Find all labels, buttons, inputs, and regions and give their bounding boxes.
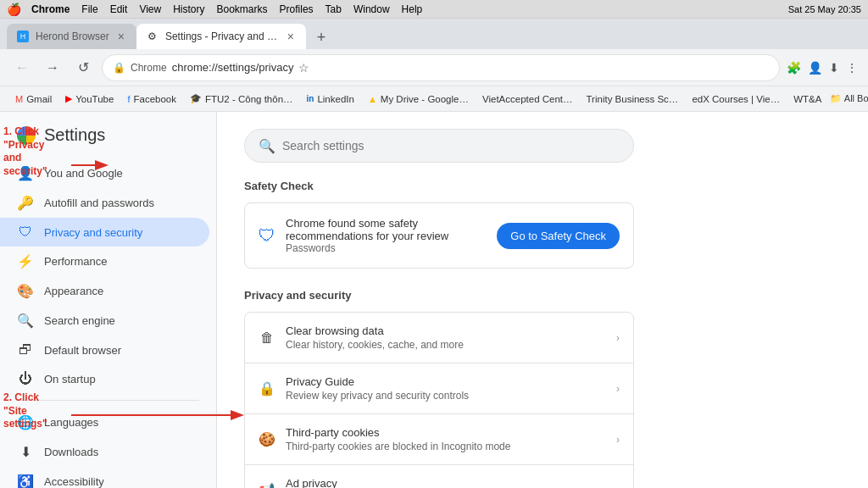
clear-browsing-text: Clear browsing data Clear history, cooki… xyxy=(286,324,606,351)
menu-bookmarks[interactable]: Bookmarks xyxy=(217,3,268,15)
tab-settings-close[interactable]: × xyxy=(286,30,296,43)
tab-herond-title: Herond Browser xyxy=(36,30,109,42)
privacy-guide-desc: Review key privacy and security controls xyxy=(286,390,606,402)
tab-settings-title: Settings - Privacy and securi… xyxy=(165,30,279,42)
privacy-item-third-party[interactable]: 🍪 Third-party cookies Third-party cookie… xyxy=(244,414,634,465)
privacy-section-title: Privacy and security xyxy=(244,289,841,302)
appearance-icon: 🎨 xyxy=(17,283,34,299)
safety-sub-text: Passwords xyxy=(286,242,487,254)
apple-logo[interactable]: 🍎 xyxy=(7,3,21,16)
languages-label: Languages xyxy=(44,416,98,429)
safety-check-title: Safety Check xyxy=(244,180,841,192)
bookmark-linkedin-label: LinkedIn xyxy=(317,94,353,104)
tab-settings[interactable]: ⚙ Settings - Privacy and securi… × xyxy=(136,24,306,49)
back-button[interactable]: ← xyxy=(10,56,34,80)
privacy-guide-chevron: › xyxy=(616,383,620,395)
all-bookmarks[interactable]: 📁 All Bookmarks xyxy=(830,93,868,104)
sidebar-item-autofill[interactable]: 🔑 Autofill and passwords xyxy=(0,188,209,218)
bookmark-youtube[interactable]: ▶ YouTube xyxy=(60,92,119,106)
ad-privacy-icon: 📢 xyxy=(259,482,275,488)
ad-privacy-chevron: › xyxy=(616,485,620,489)
tab-herond[interactable]: H Herond Browser × xyxy=(7,24,136,49)
menu-profiles[interactable]: Profiles xyxy=(280,3,314,15)
bookmark-gdrive-label: My Drive - Google… xyxy=(381,94,469,104)
on-startup-label: On startup xyxy=(44,373,96,385)
privacy-label: Privacy and security xyxy=(44,226,142,239)
bookmark-wta-label: WT&A xyxy=(793,94,821,104)
safety-check-button[interactable]: Go to Safety Check xyxy=(497,223,620,249)
bookmark-facebook[interactable]: f Facebook xyxy=(122,92,181,106)
extensions-icon[interactable]: 🧩 xyxy=(787,61,801,75)
bookmark-vietaccepted-label: VietAccepted Cent… xyxy=(482,94,573,104)
clear-browsing-icon: 🗑 xyxy=(259,330,275,346)
bookmark-ftu2[interactable]: 🎓 FTU2 - Công thôn… xyxy=(185,92,298,106)
menu-history[interactable]: History xyxy=(173,3,204,15)
annotation-1: 1. Click "Privacy and security" xyxy=(3,125,47,178)
menu-window[interactable]: Window xyxy=(353,3,390,15)
menu-tab[interactable]: Tab xyxy=(326,3,342,15)
profile-icon[interactable]: 👤 xyxy=(808,61,822,75)
sidebar-item-default-browser[interactable]: 🗗 Default browser xyxy=(0,336,209,364)
download-icon[interactable]: ⬇ xyxy=(829,61,839,75)
on-startup-icon: ⏻ xyxy=(17,371,34,386)
browser-window: 🍎 Chrome File Edit View History Bookmark… xyxy=(0,0,868,488)
new-tab-button[interactable]: + xyxy=(309,25,333,49)
sidebar-item-accessibility[interactable]: ♿ Accessibility xyxy=(0,467,209,488)
performance-label: Performance xyxy=(44,255,107,268)
facebook-icon: f xyxy=(127,94,130,104)
third-party-text: Third-party cookies Third-party cookies … xyxy=(286,426,606,452)
refresh-button[interactable]: ↺ xyxy=(71,56,95,80)
sidebar-item-downloads[interactable]: ⬇ Downloads xyxy=(0,437,209,467)
menu-items: Chrome File Edit View History Bookmarks … xyxy=(31,3,422,15)
menu-view[interactable]: View xyxy=(139,3,161,15)
privacy-item-ad-privacy[interactable]: 📢 Ad privacy Customize the info used by … xyxy=(244,465,634,488)
privacy-item-privacy-guide[interactable]: 🔒 Privacy Guide Review key privacy and s… xyxy=(244,363,634,414)
gdrive-icon: ▲ xyxy=(368,94,377,104)
third-party-desc: Third-party cookies are blocked in Incog… xyxy=(286,441,606,452)
star-icon[interactable]: ☆ xyxy=(298,61,309,75)
menu-chrome[interactable]: Chrome xyxy=(31,3,70,15)
you-google-label: You and Google xyxy=(44,167,123,180)
bookmark-trinity-label: Trinity Business Sc… xyxy=(587,94,679,104)
sidebar-item-performance[interactable]: ⚡ Performance xyxy=(0,247,209,276)
default-browser-label: Default browser xyxy=(44,344,121,357)
clear-browsing-desc: Clear history, cookies, cache, and more xyxy=(286,339,606,351)
bookmark-linkedin[interactable]: in LinkedIn xyxy=(302,92,359,106)
sidebar-item-privacy[interactable]: 🛡 Privacy and security xyxy=(0,218,209,247)
address-bar: ← → ↺ 🔒 Chrome chrome://settings/privacy… xyxy=(0,49,868,86)
bookmark-gmail[interactable]: M Gmail xyxy=(10,92,57,106)
bookmark-gmail-label: Gmail xyxy=(26,94,52,104)
menu-dots-icon[interactable]: ⋮ xyxy=(846,61,858,75)
settings-search[interactable]: 🔍 xyxy=(244,129,634,163)
sidebar-item-search-engine[interactable]: 🔍 Search engine xyxy=(0,306,209,336)
forward-button[interactable]: → xyxy=(41,56,64,80)
accessibility-label: Accessibility xyxy=(44,475,104,488)
downloads-label: Downloads xyxy=(44,446,98,458)
bookmark-edx-label: edX Courses | Vie… xyxy=(692,94,780,104)
ad-privacy-text: Ad privacy Customize the info used by si… xyxy=(286,477,606,488)
address-input-wrap[interactable]: 🔒 Chrome chrome://settings/privacy ☆ xyxy=(102,54,780,81)
menu-help[interactable]: Help xyxy=(402,3,423,15)
clear-browsing-title: Clear browsing data xyxy=(286,324,606,337)
accessibility-icon: ♿ xyxy=(17,474,34,488)
sidebar-item-appearance[interactable]: 🎨 Appearance xyxy=(0,276,209,306)
bookmark-edx[interactable]: edX Courses | Vie… xyxy=(687,92,785,106)
tab-herond-close[interactable]: × xyxy=(116,30,126,43)
sidebar-title: Settings xyxy=(44,125,105,145)
menu-edit[interactable]: Edit xyxy=(110,3,128,15)
appearance-label: Appearance xyxy=(44,285,103,297)
tab-bar: H Herond Browser × ⚙ Settings - Privacy … xyxy=(0,19,868,49)
bookmark-wta[interactable]: WT&A xyxy=(788,92,826,106)
search-input[interactable] xyxy=(282,139,620,152)
downloads-icon: ⬇ xyxy=(17,444,34,460)
main-content: Settings 👤 You and Google 🔑 Autofill and… xyxy=(0,112,868,488)
safety-check-card: 🛡 Chrome found some safety recommendatio… xyxy=(244,202,634,269)
performance-icon: ⚡ xyxy=(17,253,34,269)
menu-file[interactable]: File xyxy=(81,3,97,15)
bookmark-trinity[interactable]: Trinity Business Sc… xyxy=(581,92,684,106)
bookmark-vietaccepted[interactable]: VietAccepted Cent… xyxy=(477,92,578,106)
safety-main-text: Chrome found some safety recommendations… xyxy=(286,217,487,242)
privacy-item-clear-browsing[interactable]: 🗑 Clear browsing data Clear history, coo… xyxy=(244,312,634,363)
bookmark-gdrive[interactable]: ▲ My Drive - Google… xyxy=(363,92,474,106)
sidebar-item-on-startup[interactable]: ⏻ On startup xyxy=(0,364,209,393)
